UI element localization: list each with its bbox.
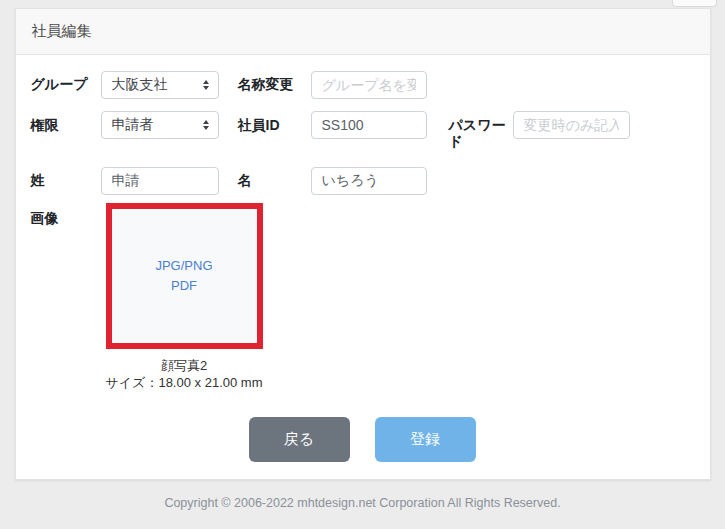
- password-label: パスワード: [449, 117, 513, 149]
- last-name-input[interactable]: [101, 167, 219, 195]
- first-name-input[interactable]: [311, 167, 427, 195]
- image-caption: 顔写真2: [106, 358, 263, 373]
- upload-format-text-line2: PDF: [171, 276, 197, 296]
- group-select[interactable]: 大阪支社: [101, 71, 219, 99]
- copyright-footer: Copyright © 2006-2022 mhtdesign.net Corp…: [0, 496, 725, 510]
- employee-edit-card: 社員編集 グループ 大阪支社 名称変更 権限 申請者 社員ID: [15, 8, 711, 480]
- first-name-label: 名: [238, 172, 311, 190]
- employee-id-input[interactable]: [311, 111, 427, 139]
- back-button[interactable]: 戻る: [249, 417, 350, 462]
- top-right-cutoff-element: [672, 0, 717, 7]
- upload-format-text-line1: JPG/PNG: [155, 256, 212, 276]
- select-arrows-icon: [203, 80, 209, 90]
- page-title: 社員編集: [32, 22, 92, 41]
- last-name-label: 姓: [31, 172, 101, 190]
- group-label: グループ: [31, 76, 101, 94]
- form-actions: 戻る 登録: [31, 417, 694, 462]
- group-select-value: 大阪支社: [112, 76, 168, 94]
- image-upload-column: JPG/PNG PDF 顔写真2 サイズ：18.00 x 21.00 mm: [106, 203, 263, 390]
- select-arrows-icon: [203, 120, 209, 130]
- group-rename-input[interactable]: [311, 71, 427, 99]
- form-row-role-id-password: 権限 申請者 社員ID パスワード: [31, 111, 694, 149]
- group-rename-label: 名称変更: [238, 76, 311, 94]
- card-header: 社員編集: [16, 9, 710, 55]
- image-upload-dropzone[interactable]: JPG/PNG PDF: [106, 203, 263, 349]
- form-row-group: グループ 大阪支社 名称変更: [31, 71, 694, 99]
- role-select[interactable]: 申請者: [101, 111, 219, 139]
- password-input[interactable]: [513, 111, 630, 139]
- form-row-name: 姓 名: [31, 167, 694, 195]
- image-label: 画像: [31, 203, 101, 228]
- role-select-value: 申請者: [112, 116, 154, 134]
- card-body: グループ 大阪支社 名称変更 権限 申請者 社員ID パスワード: [16, 55, 710, 462]
- submit-button[interactable]: 登録: [375, 417, 476, 462]
- employee-id-label: 社員ID: [238, 111, 311, 139]
- image-size-text: サイズ：18.00 x 21.00 mm: [106, 375, 263, 390]
- role-label: 権限: [31, 111, 101, 139]
- form-row-image: 画像 JPG/PNG PDF 顔写真2 サイズ：18.00 x 21.00 mm: [31, 203, 694, 390]
